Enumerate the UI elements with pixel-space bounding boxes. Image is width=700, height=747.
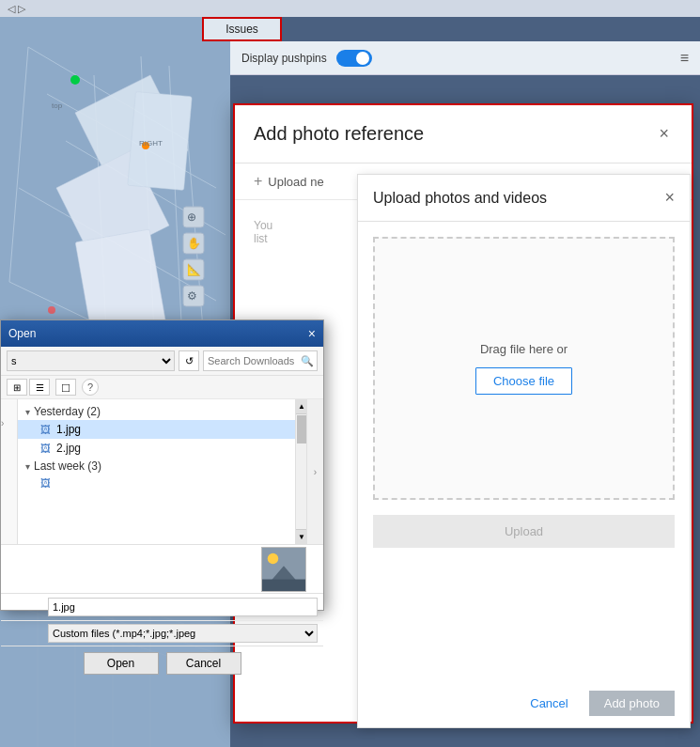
file-type-bar: Custom files (*.mp4;*.jpg;*.jpeg — [1, 621, 323, 646]
file-type-dropdown[interactable]: Custom files (*.mp4;*.jpg;*.jpeg — [48, 624, 318, 643]
upload-button[interactable]: Upload — [373, 515, 675, 548]
file-name-2jpg: 2.jpg — [56, 442, 81, 455]
file-name-1jpg: 1.jpg — [56, 423, 81, 436]
upload-photos-panel: Upload photos and videos × Drag file her… — [357, 174, 691, 728]
file-dialog-toolbar: s ↺ 🔍 — [1, 347, 323, 376]
scroll-bar: ▲ ▼ — [295, 399, 306, 544]
group-yesterday-label: Yesterday (2) — [34, 405, 101, 418]
toolbar: Display pushpins ≡ — [230, 41, 700, 75]
left-tree-panel: › — [1, 399, 18, 544]
chevron-down-icon-2: ▾ — [25, 461, 30, 472]
file-icon-1jpg: 🖼 — [40, 424, 51, 435]
svg-text:⊕: ⊕ — [187, 210, 196, 224]
refresh-icon: ↺ — [185, 355, 194, 367]
display-pushpins-toggle[interactable] — [336, 50, 372, 67]
upload-new-button[interactable]: + Upload ne — [254, 173, 324, 190]
scroll-thumb[interactable] — [297, 415, 306, 444]
svg-point-15 — [70, 75, 80, 85]
file-name-bar — [1, 594, 323, 621]
dialog-close-button[interactable]: × — [655, 120, 673, 148]
file-dialog-titlebar: Open × — [1, 320, 323, 347]
file-item-2jpg[interactable]: 🖼 2.jpg — [18, 439, 295, 458]
file-name-input[interactable] — [48, 598, 318, 616]
search-input[interactable] — [204, 355, 298, 366]
chevron-down-icon: ▾ — [25, 407, 30, 417]
svg-text:RIGHT: RIGHT — [139, 139, 163, 148]
preview-thumbnail — [261, 547, 306, 592]
preview-row — [1, 545, 323, 594]
file-item-placeholder[interactable]: 🖼 — [18, 475, 295, 491]
toggle-knob — [356, 52, 369, 65]
group-lastweek-label: Last week (3) — [34, 459, 101, 473]
view-toggle: ⊞ ☰ — [7, 379, 50, 396]
drag-text: Drag file here or — [480, 342, 568, 356]
drop-zone: Drag file here or Choose file — [373, 237, 675, 500]
file-dialog-title: Open — [8, 327, 36, 340]
file-list-area: › ▾ Yesterday (2) 🖼 1.jpg 🖼 2.jpg ▾ Last… — [1, 399, 323, 545]
svg-rect-38 — [262, 580, 305, 591]
svg-point-17 — [48, 306, 55, 314]
file-dialog-close-button[interactable]: × — [308, 326, 316, 341]
cancel-button[interactable]: Cancel — [521, 691, 577, 716]
upload-panel-title: Upload photos and videos — [373, 190, 547, 207]
display-pushpins-label: Display pushpins — [241, 52, 327, 65]
svg-text:📐: 📐 — [187, 262, 201, 276]
nav-path: ◁ ▷ — [8, 3, 25, 15]
file-icon-2jpg: 🖼 — [40, 443, 51, 454]
upload-footer: Cancel Add photo — [358, 679, 690, 727]
thumbnail-svg — [262, 547, 305, 592]
location-dropdown[interactable]: s — [7, 350, 175, 371]
file-icon-placeholder: 🖼 — [40, 477, 51, 489]
refresh-button[interactable]: ↺ — [179, 350, 199, 371]
file-list: ▾ Yesterday (2) 🖼 1.jpg 🖼 2.jpg ▾ Last w… — [18, 399, 295, 544]
nav-arrow-right[interactable]: › — [306, 399, 323, 544]
choose-file-button[interactable]: Choose file — [475, 367, 572, 395]
add-photo-button[interactable]: Add photo — [589, 691, 675, 716]
issues-tab-label: Issues — [226, 23, 258, 36]
svg-point-37 — [268, 553, 279, 565]
top-bar: ◁ ▷ — [0, 0, 700, 17]
search-box: 🔍 — [203, 350, 318, 371]
file-group-lastweek: ▾ Last week (3) — [18, 458, 295, 475]
open-button[interactable]: Open — [84, 652, 159, 675]
search-icon[interactable]: 🔍 — [298, 351, 317, 370]
file-open-dialog: Open × s ↺ 🔍 ⊞ ☰ □ ? › ▾ Yes — [0, 319, 324, 611]
file-dialog-footer: Open Cancel — [1, 646, 323, 680]
svg-text:✋: ✋ — [187, 236, 201, 250]
detail-view-button[interactable]: ☰ — [29, 379, 50, 396]
file-group-yesterday: ▾ Yesterday (2) — [18, 403, 295, 420]
dialog-title: Add photo reference — [254, 123, 424, 145]
file-item-1jpg[interactable]: 🖼 1.jpg — [18, 420, 295, 439]
upload-panel-header: Upload photos and videos × — [358, 175, 690, 222]
upload-panel-close-button[interactable]: × — [664, 188, 675, 208]
list-view-button[interactable]: ⊞ — [7, 379, 27, 396]
cancel-file-button[interactable]: Cancel — [166, 652, 241, 675]
plus-icon: + — [254, 173, 262, 190]
new-folder-button[interactable]: □ — [55, 379, 76, 396]
svg-text:⚙: ⚙ — [187, 289, 197, 303]
dialog-header: Add photo reference × — [235, 105, 692, 163]
file-dialog-view-bar: ⊞ ☰ □ ? — [1, 376, 323, 399]
issues-tab[interactable]: Issues — [202, 17, 282, 41]
list-text: list — [254, 232, 268, 245]
you-text: You — [254, 219, 272, 232]
svg-text:top: top — [52, 101, 63, 110]
hamburger-icon[interactable]: ≡ — [680, 50, 689, 67]
upload-new-label: Upload ne — [268, 175, 323, 189]
tree-bracket: › — [1, 418, 4, 428]
help-button[interactable]: ? — [82, 379, 99, 396]
